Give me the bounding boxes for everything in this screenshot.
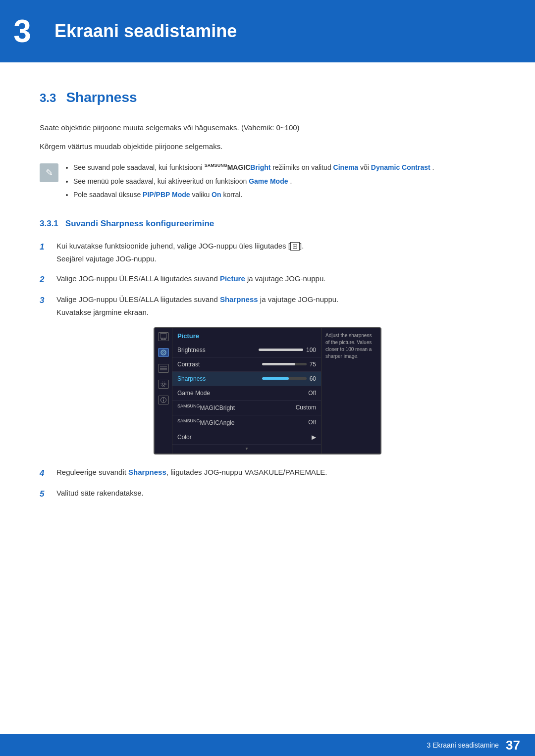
step-3: 3 Valige JOG-nuppu ÜLES/ALLA liigutades … (40, 294, 495, 318)
note-icon (40, 163, 58, 182)
monitor-menu-hint: Adjust the sharpness of the picture. Val… (321, 328, 380, 454)
svg-point-4 (161, 350, 166, 355)
chapter-number: 3 (0, 9, 45, 53)
footer-page-number: 37 (506, 736, 520, 755)
page-footer: 3 Ekraani seadistamine 37 (0, 734, 535, 756)
note-box: See suvand pole saadaval, kui funktsioon… (40, 162, 495, 203)
chapter-title: Ekraani seadistamine (45, 18, 237, 45)
step-1: 1 Kui kuvatakse funktsioonide juhend, va… (40, 240, 495, 265)
main-content: 3.3 Sharpness Saate objektide piirjoone … (0, 62, 535, 548)
note-item-3: Pole saadaval üksuse PIP/PBP Mode valiku… (73, 190, 434, 201)
steps-list-2: 4 Reguleerige suvandit Sharpness, liigut… (40, 466, 495, 501)
chapter-header: 3 Ekraani seadistamine (0, 0, 535, 62)
svg-point-9 (162, 383, 164, 386)
note-list: See suvand pole saadaval, kui funktsioon… (65, 162, 434, 203)
intro-paragraph-2: Kõrgem väärtus muudab objektide piirjoon… (40, 141, 495, 152)
step-2: 2 Valige JOG-nuppu ÜLES/ALLA liigutades … (40, 273, 495, 286)
menu-row-brightness: Brightness 100 (172, 343, 321, 357)
subsection-number: 3.3.1 (40, 217, 58, 230)
monitor-icon-lines (158, 364, 169, 373)
monitor-icon-display (158, 332, 169, 341)
step-4: 4 Reguleerige suvandit Sharpness, liigut… (40, 466, 495, 480)
svg-point-13 (163, 398, 164, 399)
step-4-line1: Reguleerige suvandit Sharpness, liigutad… (56, 468, 327, 476)
steps-list: 1 Kui kuvatakse funktsioonide juhend, va… (40, 240, 495, 319)
step-5-line1: Valitud säte rakendatakse. (56, 489, 144, 497)
menu-row-color: Color ▶ (172, 430, 321, 445)
svg-rect-0 (160, 334, 167, 338)
monitor-menu-content: Picture Brightness 100 Contrast 75 Shar (172, 328, 321, 454)
svg-point-5 (162, 352, 164, 353)
monitor-screenshot: Picture Brightness 100 Contrast 75 Shar (154, 327, 381, 454)
section-number: 3.3 (40, 89, 56, 107)
menu-scroll-indicator (172, 445, 321, 454)
svg-point-10 (161, 382, 166, 387)
menu-row-sharpness: Sharpness 60 (172, 372, 321, 386)
monitor-sidebar (155, 328, 172, 454)
monitor-menu-title: Picture (172, 328, 321, 343)
menu-row-magicbright: SAMSUNGMAGICBright Custom (172, 401, 321, 415)
monitor-icon-gear (158, 380, 169, 389)
step-3-line2: Kuvatakse järgmine ekraan. (56, 306, 338, 318)
step-1-line1: Kui kuvatakse funktsioonide juhend, vali… (56, 240, 304, 252)
section-heading: 3.3 Sharpness (40, 87, 495, 108)
intro-paragraph-1: Saate objektide piirjoone muuta selgemak… (40, 122, 495, 134)
step-5: 5 Valitud säte rakendatakse. (40, 487, 495, 501)
menu-row-magicangle: SAMSUNGMAGICAngle Off (172, 415, 321, 430)
subsection-title: Suvandi Sharpness konfigureerimine (65, 217, 214, 230)
step-3-line1: Valige JOG-nuppu ÜLES/ALLA liigutades su… (56, 294, 338, 305)
subsection-heading: 3.3.1 Suvandi Sharpness konfigureerimine (40, 217, 495, 230)
monitor-icon-info (158, 396, 169, 404)
section-title: Sharpness (66, 87, 137, 108)
menu-row-contrast: Contrast 75 (172, 357, 321, 372)
monitor-icon-picture (158, 348, 169, 357)
step-1-line2: Seejärel vajutage JOG-nuppu. (56, 253, 304, 265)
step-2-line1: Valige JOG-nuppu ÜLES/ALLA liigutades su… (56, 273, 325, 285)
footer-chapter-label: 3 Ekraani seadistamine (427, 740, 499, 751)
menu-row-gamemode: Game Mode Off (172, 386, 321, 401)
note-item-2: See menüü pole saadaval, kui aktiveeritu… (73, 176, 434, 187)
note-item-1: See suvand pole saadaval, kui funktsioon… (73, 162, 434, 173)
